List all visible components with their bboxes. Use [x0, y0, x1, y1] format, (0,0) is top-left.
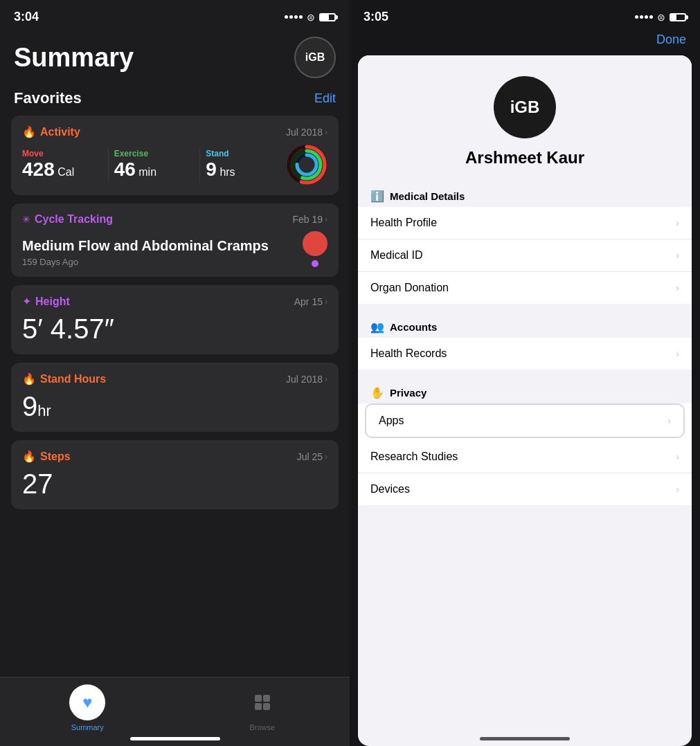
summary-tab-icon-container: ♥	[69, 684, 105, 720]
card-title-row: 🔥 Steps	[22, 450, 71, 463]
exercise-label: Exercise	[114, 149, 195, 158]
card-header: ✦ Height Apr 15 ›	[22, 295, 327, 308]
medical-details-section: ℹ️ Medical Details Health Profile › Medi…	[358, 181, 692, 307]
svg-rect-8	[255, 703, 262, 710]
page-title: Summary	[14, 43, 134, 73]
cycle-title: Cycle Tracking	[35, 213, 113, 226]
privacy-section: ✋ Privacy Apps › Research Studies › Devi…	[358, 378, 692, 508]
apps-item[interactable]: Apps ›	[365, 403, 685, 438]
devices-label: Devices	[370, 483, 410, 495]
chevron-icon: ›	[676, 484, 679, 495]
stand-hours-value: 9hr	[22, 391, 327, 422]
card-title-row: 🔥 Stand Hours	[22, 372, 106, 385]
stand-metric: Stand 9 hrs	[206, 149, 286, 181]
medical-details-heading: ℹ️ Medical Details	[358, 181, 692, 207]
activity-card[interactable]: 🔥 Activity Jul 2018 › Move 428 Cal Exerc…	[11, 116, 339, 195]
svg-rect-6	[255, 695, 262, 702]
accounts-icon: 👥	[370, 320, 384, 334]
height-card[interactable]: ✦ Height Apr 15 › 5′ 4.57″	[11, 285, 339, 354]
move-value: 428 Cal	[22, 158, 102, 181]
steps-card[interactable]: 🔥 Steps Jul 25 › 27	[11, 440, 339, 509]
activity-rings	[286, 144, 327, 185]
profile-section: iGB Arshmeet Kaur	[358, 55, 692, 181]
tab-bar: ♥ Summary Browse	[0, 677, 350, 746]
card-header: ✳ Cycle Tracking Feb 19 ›	[22, 213, 327, 226]
svg-rect-7	[263, 695, 270, 702]
health-records-label: Health Records	[370, 347, 447, 360]
stand-label: Stand	[206, 149, 286, 158]
chevron-icon: ›	[676, 348, 679, 359]
privacy-icon: ✋	[370, 386, 384, 399]
status-bar-left: 3:04 ⊜	[0, 0, 350, 30]
card-title-row: ✳ Cycle Tracking	[22, 213, 113, 226]
stand-hours-date: Jul 2018 ›	[286, 374, 327, 385]
cycle-dot-red	[303, 231, 327, 256]
steps-title: Steps	[40, 451, 71, 463]
organ-donation-item[interactable]: Organ Donation ›	[358, 272, 692, 304]
accounts-list: Health Records ›	[358, 338, 692, 370]
activity-icon: 🔥	[22, 125, 36, 138]
card-title-row: ✦ Height	[22, 295, 70, 308]
info-icon: ℹ️	[370, 190, 384, 203]
wifi-icon: ⊜	[307, 12, 315, 23]
medical-list: Health Profile › Medical ID › Organ Dona…	[358, 207, 692, 304]
tab-summary[interactable]: ♥ Summary	[0, 684, 175, 731]
devices-item[interactable]: Devices ›	[358, 473, 692, 505]
home-bar	[130, 737, 220, 740]
chevron-icon: ›	[676, 282, 679, 293]
activity-metrics: Move 428 Cal Exercise 46 min Stand 9	[22, 144, 327, 185]
height-icon: ✦	[22, 295, 31, 308]
cycle-main: Medium Flow and Abdominal Cramps	[22, 237, 269, 254]
tab-browse[interactable]: Browse	[175, 684, 350, 731]
accounts-section: 👥 Accounts Health Records ›	[358, 312, 692, 372]
card-header: 🔥 Stand Hours Jul 2018 ›	[22, 372, 327, 385]
chevron-icon: ›	[676, 250, 679, 261]
privacy-list: Apps › Research Studies › Devices ›	[358, 403, 692, 505]
right-panel: 3:05 ⊜ Done iGB	[350, 0, 700, 746]
research-studies-item[interactable]: Research Studies ›	[358, 441, 692, 473]
activity-date: Jul 2018 ›	[286, 127, 327, 138]
exercise-metric: Exercise 46 min	[114, 149, 195, 181]
summary-header: Summary iGB	[0, 30, 350, 89]
health-records-item[interactable]: Health Records ›	[358, 338, 692, 370]
health-profile-label: Health Profile	[370, 217, 437, 229]
avatar[interactable]: iGB	[294, 37, 336, 78]
activity-title: Activity	[40, 126, 80, 138]
browse-tab-icon-container	[244, 684, 280, 720]
signal-icon-right	[635, 15, 653, 19]
cycle-date: Feb 19 ›	[292, 214, 327, 225]
modal-card: iGB Arshmeet Kaur ℹ️ Medical Details Hea…	[358, 55, 692, 746]
stand-hours-card[interactable]: 🔥 Stand Hours Jul 2018 › 9hr	[11, 363, 339, 432]
card-header: 🔥 Activity Jul 2018 ›	[22, 125, 327, 138]
battery-icon	[319, 13, 336, 21]
time-right: 3:05	[364, 10, 388, 24]
chevron-icon: ›	[325, 374, 327, 384]
home-bar-right	[480, 737, 570, 740]
research-studies-label: Research Studies	[370, 451, 458, 463]
summary-tab-label: Summary	[71, 723, 104, 731]
right-content: 3:05 ⊜ Done iGB	[350, 0, 700, 746]
accounts-heading: 👥 Accounts	[358, 312, 692, 338]
card-title-row: 🔥 Activity	[22, 125, 80, 138]
time-left: 3:04	[14, 10, 39, 24]
metric-separator-2	[199, 147, 200, 182]
stand-hours-title: Stand Hours	[40, 373, 106, 385]
heart-icon: ♥	[82, 693, 92, 712]
cycle-dots	[303, 231, 327, 267]
medical-id-item[interactable]: Medical ID ›	[358, 239, 692, 272]
chevron-icon: ›	[325, 215, 327, 224]
chevron-icon: ›	[325, 297, 327, 307]
done-button[interactable]: Done	[656, 33, 686, 47]
profile-name: Arshmeet Kaur	[465, 148, 584, 167]
health-profile-item[interactable]: Health Profile ›	[358, 207, 692, 239]
signal-icon	[285, 15, 303, 19]
favorites-label: Favorites	[14, 89, 82, 107]
status-icons-left: ⊜	[285, 12, 336, 23]
organ-donation-label: Organ Donation	[370, 282, 449, 294]
edit-button[interactable]: Edit	[314, 91, 336, 106]
cycle-sub: 159 Days Ago	[22, 257, 269, 267]
cycle-tracking-card[interactable]: ✳ Cycle Tracking Feb 19 › Medium Flow an…	[11, 203, 339, 277]
height-value: 5′ 4.57″	[22, 313, 327, 345]
cycle-icon: ✳	[22, 214, 30, 225]
stand-hours-icon: 🔥	[22, 372, 36, 385]
